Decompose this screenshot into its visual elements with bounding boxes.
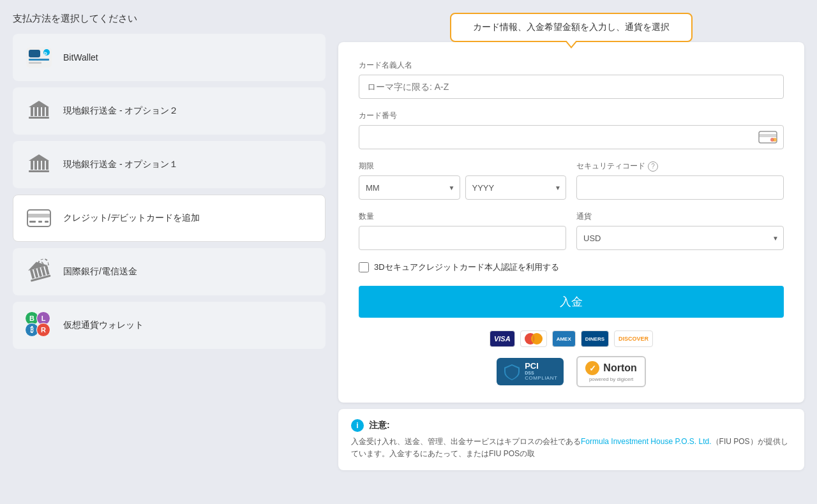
payment-option-credit-card[interactable]: クレジット/デビットカードを追加: [13, 195, 326, 242]
payment-options-list: b BitWallet 現地銀行送金 - オプション２: [13, 34, 326, 349]
payment-option-label: クレジット/デビットカードを追加: [63, 212, 200, 224]
security-code-input[interactable]: [576, 175, 784, 200]
bitwallet-icon: b: [25, 43, 53, 71]
month-select-wrapper: MM 01020304 05060708 09101112 ▼: [359, 175, 460, 200]
svg-rect-20: [27, 210, 50, 226]
quantity-group: 数量: [359, 211, 566, 250]
expiry-security-row: 期限 MM 01020304 05060708 09101112 ▼: [359, 161, 784, 211]
svg-rect-14: [31, 161, 33, 170]
svg-rect-12: [29, 117, 49, 119]
currency-group: 通貨 USD EUR JPY GBP ▼: [576, 211, 784, 250]
card-number-input[interactable]: [359, 125, 784, 149]
payment-option-label: 現地銀行送金 - オプション２: [63, 105, 178, 117]
main-container: 支払方法を選択してください b BitWallet: [13, 13, 804, 470]
amex-text: AMEX: [557, 336, 571, 342]
diners-text: DINERS: [585, 336, 604, 342]
discover-text: DISCOVER: [618, 336, 648, 342]
card-number-group: カード番号: [359, 110, 784, 149]
bank-icon: [25, 97, 53, 125]
note-info-icon: i: [351, 419, 364, 432]
svg-marker-25: [26, 259, 47, 271]
svg-rect-2: [29, 59, 49, 61]
diners-logo: DINERS: [581, 330, 609, 347]
currency-select[interactable]: USD EUR JPY GBP: [576, 226, 784, 250]
norton-check-icon: ✓: [585, 361, 599, 375]
svg-rect-23: [38, 221, 42, 223]
security-code-group: セキュリティコード ?: [576, 161, 784, 200]
card-number-label: カード番号: [359, 110, 784, 121]
quantity-label: 数量: [359, 211, 566, 222]
svg-text:b: b: [44, 50, 47, 56]
payment-option-bitwallet[interactable]: b BitWallet: [13, 34, 326, 81]
expiry-label: 期限: [359, 161, 566, 172]
svg-rect-1: [29, 50, 40, 57]
svg-rect-3: [29, 62, 41, 64]
bank-icon: [25, 258, 53, 286]
left-panel-title: 支払方法を選択してください: [13, 13, 326, 25]
bank-svg: [27, 153, 50, 176]
svg-point-37: [773, 138, 777, 142]
amex-logo: AMEX: [552, 330, 576, 347]
svg-rect-21: [27, 214, 50, 218]
tooltip-bubble: カード情報、入金希望金額を入力し、通貨を選択: [450, 13, 693, 42]
payment-option-local-bank-1[interactable]: 現地銀行送金 - オプション１: [13, 141, 326, 188]
svg-rect-26: [30, 270, 34, 279]
security-help-icon[interactable]: ?: [648, 161, 658, 172]
expiry-group: 期限 MM 01020304 05060708 09101112 ▼: [359, 161, 566, 200]
3d-secure-row: 3Dセキュアクレジットカード本人認証を利用する: [359, 262, 784, 273]
norton-name: Norton: [603, 362, 636, 374]
3d-secure-checkbox[interactable]: [359, 262, 369, 272]
card-svg: [27, 209, 51, 227]
svg-rect-24: [45, 221, 49, 223]
svg-rect-29: [41, 267, 45, 276]
svg-rect-17: [42, 161, 45, 170]
payment-option-label: 国際銀行/電信送金: [63, 266, 137, 278]
payment-option-local-bank-2[interactable]: 現地銀行送金 - オプション２: [13, 87, 326, 135]
form-card: カード名義人名 カード番号: [338, 42, 804, 403]
visa-logo: VISA: [490, 330, 515, 347]
crypto-r-icon: R: [36, 323, 50, 337]
crypto-icons-group: B L ₿ R: [25, 311, 53, 339]
note-header: i 注意:: [351, 419, 791, 432]
pci-label: PCI: [525, 362, 557, 371]
card-icon-svg: [758, 131, 777, 144]
currency-select-wrapper: USD EUR JPY GBP ▼: [576, 226, 784, 250]
svg-rect-10: [42, 107, 45, 116]
year-select[interactable]: YYYY 202420252026 2027202820292030: [465, 175, 567, 200]
bank-svg: [27, 100, 50, 122]
security-badges: PCI DSS COMPLIANT ✓ Norton powered by di…: [359, 356, 784, 387]
norton-sub: powered by digicert: [589, 376, 633, 382]
quantity-input[interactable]: [359, 226, 566, 250]
tooltip-text: カード情報、入金希望金額を入力し、通貨を選択: [473, 22, 670, 32]
discover-logo: DISCOVER: [614, 330, 653, 347]
payment-option-crypto[interactable]: B L ₿ R 仮想通貨ウォレット: [13, 302, 326, 349]
svg-rect-18: [46, 161, 49, 170]
svg-marker-13: [29, 154, 49, 161]
svg-rect-22: [29, 221, 36, 223]
bank-icon: [25, 151, 53, 179]
security-code-label: セキュリティコード: [576, 161, 645, 172]
payment-option-international-bank[interactable]: 国際銀行/電信送金: [13, 248, 326, 295]
currency-label: 通貨: [576, 211, 784, 222]
cardholder-name-input[interactable]: [359, 75, 784, 99]
svg-rect-7: [31, 107, 33, 116]
cardholder-name-group: カード名義人名: [359, 60, 784, 99]
bank-svg: [25, 258, 53, 286]
svg-rect-15: [34, 161, 37, 170]
3d-secure-label: 3Dセキュアクレジットカード本人認証を利用する: [374, 262, 559, 273]
formula-link[interactable]: Formula Investment House P.O.S. Ltd.: [581, 437, 712, 446]
deposit-button[interactable]: 入金: [359, 286, 784, 318]
svg-rect-16: [38, 161, 41, 170]
pci-compliant-label: COMPLIANT: [525, 376, 557, 382]
norton-top: ✓ Norton: [585, 361, 636, 375]
card-number-wrapper: [359, 125, 784, 149]
crypto-icon: B L ₿ R: [25, 311, 53, 339]
visa-text: VISA: [494, 335, 511, 343]
payment-option-label: 現地銀行送金 - オプション１: [63, 159, 178, 170]
svg-rect-11: [46, 107, 49, 116]
cardholder-name-label: カード名義人名: [359, 60, 784, 71]
mastercard-logo: [520, 330, 547, 347]
month-select[interactable]: MM 01020304 05060708 09101112: [359, 175, 460, 200]
expiry-selects: MM 01020304 05060708 09101112 ▼ YYYY 202…: [359, 175, 566, 200]
left-panel: 支払方法を選択してください b BitWallet: [13, 13, 326, 355]
